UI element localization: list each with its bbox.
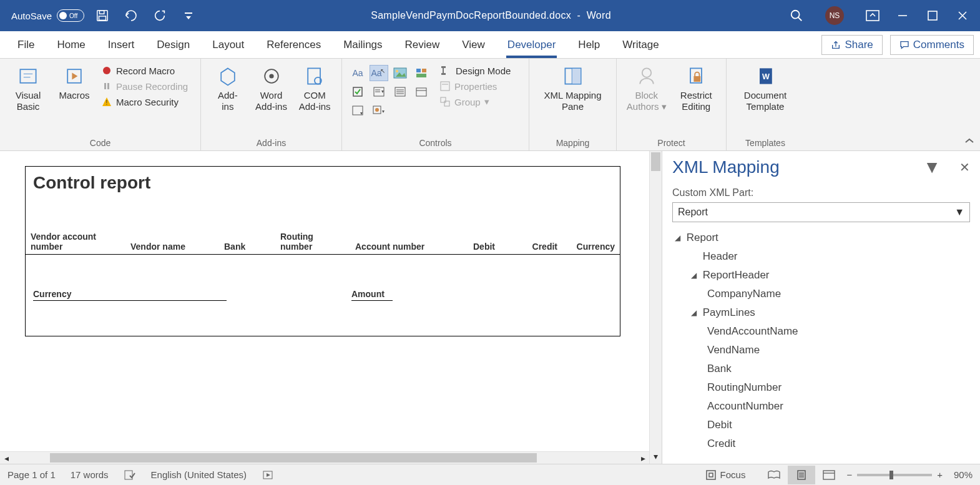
status-language[interactable]: English (United States) — [151, 469, 247, 480]
vscroll-down-button[interactable]: ▾ — [650, 450, 662, 463]
tree-node-accountnumber[interactable]: AccountNumber — [672, 397, 970, 416]
search-button[interactable] — [783, 1, 810, 30]
tree-node-paymlines[interactable]: ◢ PaymLines — [672, 303, 970, 322]
tab-insert[interactable]: Insert — [97, 31, 146, 59]
tab-writage[interactable]: Writage — [611, 31, 670, 59]
macro-security-button[interactable]: ! Macro Security — [99, 95, 190, 109]
read-mode-button[interactable] — [760, 466, 788, 484]
tree-node-credit[interactable]: Credit — [672, 434, 970, 453]
hscroll-track[interactable] — [12, 452, 637, 464]
building-block-control-button[interactable] — [412, 65, 431, 81]
svg-rect-0 — [97, 11, 108, 21]
zoom-level[interactable]: 90% — [954, 469, 973, 480]
svg-rect-45 — [353, 106, 363, 115]
hscroll-right-button[interactable]: ▸ — [637, 452, 649, 464]
zoom-knob[interactable] — [889, 471, 893, 479]
tree-node-companyname[interactable]: CompanyName — [672, 285, 970, 303]
legacy-tools-button[interactable] — [370, 102, 388, 119]
document-canvas[interactable]: Control report Vendor account number Ven… — [0, 151, 649, 464]
svg-text:W: W — [762, 72, 770, 81]
svg-rect-7 — [866, 11, 879, 21]
tab-design[interactable]: Design — [145, 31, 201, 59]
tree-node-report[interactable]: ◢ Report — [672, 228, 970, 247]
restrict-editing-button[interactable]: Restrict Editing — [673, 62, 720, 112]
custom-xml-part-select[interactable]: Report ▼ — [672, 202, 970, 222]
tree-node-header[interactable]: Header — [672, 247, 970, 266]
checkbox-control-button[interactable] — [348, 84, 367, 100]
tab-help[interactable]: Help — [567, 31, 611, 59]
tree-node-vendaccountname[interactable]: VendAccountName — [672, 322, 970, 341]
hscroll-thumb[interactable] — [50, 453, 537, 463]
focus-mode-button[interactable]: Focus — [705, 469, 746, 481]
minimize-button[interactable] — [889, 1, 916, 30]
col-bank: Bank — [219, 232, 275, 255]
pause-recording-button: Pause Recording — [99, 79, 190, 93]
tree-node-bank[interactable]: Bank — [672, 360, 970, 378]
svg-rect-16 — [67, 69, 81, 83]
record-macro-button[interactable]: Record Macro — [99, 64, 190, 77]
status-page[interactable]: Page 1 of 1 — [7, 469, 56, 480]
col-account: Account number — [350, 232, 438, 255]
vscroll[interactable]: ▾ — [649, 151, 662, 464]
word-addins-button[interactable]: Word Add-ins — [251, 62, 292, 112]
macros-button[interactable]: Macros — [52, 62, 96, 101]
visual-basic-button[interactable]: Visual Basic — [6, 62, 50, 112]
svg-rect-61 — [694, 76, 701, 82]
tree-node-vendname[interactable]: VendName — [672, 341, 970, 360]
status-spellcheck[interactable] — [124, 469, 136, 481]
tab-layout[interactable]: Layout — [201, 31, 255, 59]
svg-rect-9 — [928, 11, 937, 20]
picture-control-button[interactable] — [391, 65, 409, 81]
zoom-slider[interactable] — [857, 474, 932, 476]
hscroll-left-button[interactable]: ◂ — [0, 452, 12, 464]
user-avatar[interactable]: NS — [825, 6, 844, 25]
xml-pane-menu-button[interactable]: ▼ — [923, 157, 941, 177]
web-layout-button[interactable] — [815, 466, 843, 484]
window-title: SampleVendPaymDocReportBounded.docx - Wo… — [199, 10, 783, 21]
tab-review[interactable]: Review — [394, 31, 451, 59]
date-picker-control-button[interactable] — [412, 84, 431, 100]
share-button[interactable]: Share — [821, 35, 882, 55]
design-mode-button[interactable]: Design Mode — [437, 64, 513, 77]
repeating-section-control-button[interactable] — [348, 102, 367, 119]
tree-node-reportheader[interactable]: ◢ ReportHeader — [672, 266, 970, 285]
tree-node-routingnumber[interactable]: RoutingNumber — [672, 378, 970, 397]
print-layout-button[interactable] — [788, 466, 815, 484]
tab-home[interactable]: Home — [46, 31, 96, 59]
combo-box-control-button[interactable] — [370, 84, 388, 100]
customize-qat-button[interactable] — [178, 6, 199, 25]
redo-button[interactable] — [149, 6, 170, 25]
collapse-ribbon-button[interactable] — [964, 137, 975, 147]
dropdown-control-button[interactable] — [391, 84, 409, 100]
addins-button[interactable]: Add- ins — [207, 62, 248, 112]
tab-file[interactable]: File — [6, 31, 46, 59]
svg-rect-33 — [416, 74, 426, 77]
rich-text-control-button[interactable]: Aa — [348, 65, 367, 81]
maximize-button[interactable] — [919, 1, 946, 30]
xml-mapping-pane-button[interactable]: XML Mapping Pane — [536, 62, 610, 112]
plain-text-control-button[interactable]: Aa↖ — [370, 65, 388, 81]
com-addins-button[interactable]: COM Add-ins — [294, 62, 335, 112]
ribbon-display-button[interactable] — [859, 1, 886, 30]
close-button[interactable] — [949, 1, 976, 30]
zoom-out-button[interactable]: − — [846, 469, 852, 480]
svg-rect-28 — [394, 68, 406, 78]
tab-developer[interactable]: Developer — [496, 31, 567, 59]
status-macros-icon[interactable] — [262, 469, 274, 481]
xml-pane-close-button[interactable]: ✕ — [959, 160, 970, 175]
save-button[interactable] — [92, 6, 113, 25]
col-vendor-account: Vendor account number — [26, 232, 125, 255]
comments-button[interactable]: Comments — [890, 35, 974, 55]
group-controls-label: Controls — [348, 137, 522, 149]
autosave-toggle[interactable]: AutoSave Off — [11, 9, 84, 22]
zoom-in-button[interactable]: + — [937, 469, 943, 480]
tab-mailings[interactable]: Mailings — [332, 31, 393, 59]
undo-button[interactable] — [120, 6, 142, 25]
tab-view[interactable]: View — [451, 31, 496, 59]
status-words[interactable]: 17 words — [71, 469, 109, 480]
vscroll-thumb[interactable] — [651, 152, 660, 171]
tree-node-debit[interactable]: Debit — [672, 416, 970, 434]
group-templates-label: Templates — [733, 137, 798, 149]
document-template-button[interactable]: W Document Template — [733, 62, 798, 112]
tab-references[interactable]: References — [255, 31, 332, 59]
